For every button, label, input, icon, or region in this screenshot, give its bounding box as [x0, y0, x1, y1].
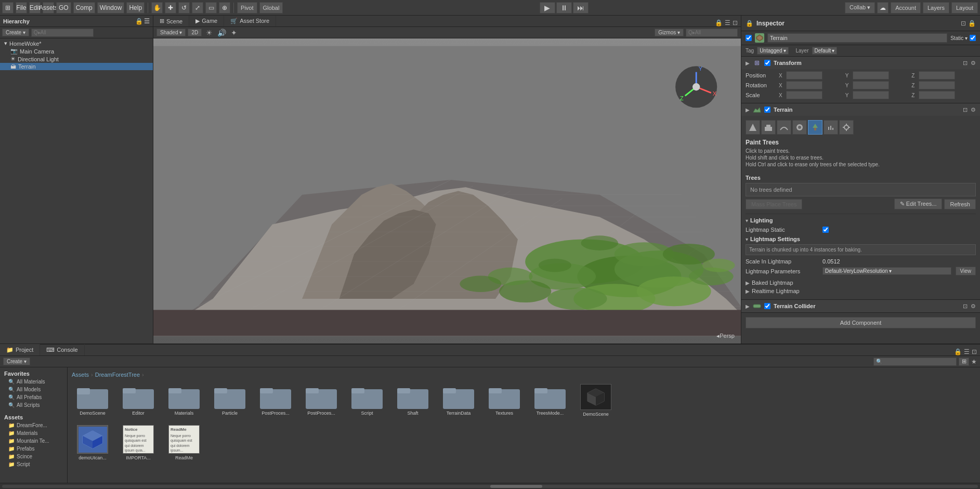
- fav-all-materials[interactable]: 🔍 All Materials: [0, 378, 67, 386]
- terrain-enabled-checkbox[interactable]: [764, 107, 770, 113]
- terrain-paint-texture-btn[interactable]: [792, 120, 807, 135]
- project-filter-icon[interactable]: ⊞: [959, 358, 969, 366]
- layer-dropdown[interactable]: Default ▾: [812, 47, 838, 55]
- unity-logo-icon[interactable]: ⊞: [2, 2, 14, 14]
- folder-postproces1[interactable]: PostProces...: [255, 382, 296, 419]
- scale-z-input[interactable]: 1: [919, 91, 955, 99]
- folder-editor[interactable]: Editor: [117, 382, 159, 419]
- tc-gear-icon[interactable]: ⚙: [971, 303, 976, 310]
- transform-gear-icon[interactable]: ⚙: [971, 60, 976, 67]
- realtime-lightmap-item[interactable]: ▶ Realtime Lightmap: [746, 287, 976, 295]
- terrain-settings-btn[interactable]: [839, 120, 854, 135]
- baked-lightmap-item[interactable]: ▶ Baked Lightmap: [746, 279, 976, 287]
- tc-settings-icon[interactable]: ⊡: [963, 303, 968, 310]
- step-button[interactable]: ⏭: [573, 2, 589, 14]
- fav-scince[interactable]: 📁 Scince: [0, 453, 67, 460]
- rotation-y-input[interactable]: 0: [853, 81, 889, 89]
- tab-scene[interactable]: ⊞ Scene: [153, 16, 189, 27]
- position-z-input[interactable]: 0: [919, 71, 955, 80]
- hierarchy-menu-icon[interactable]: ☰: [144, 18, 150, 25]
- terrain-component-header[interactable]: ▶ Terrain ⊡ ⚙: [741, 103, 980, 116]
- file-menu[interactable]: File: [16, 2, 27, 14]
- scene-search-input[interactable]: [686, 29, 738, 37]
- hierarchy-create-button[interactable]: Create ▾: [2, 29, 29, 36]
- asset-importa[interactable]: Notice Neque porro quisquam est qui dolo…: [117, 423, 159, 462]
- scale-x-input[interactable]: 1: [786, 91, 822, 99]
- position-x-input[interactable]: 0: [786, 71, 822, 80]
- terrain-smooth-btn[interactable]: [777, 120, 791, 135]
- layout-button[interactable]: Layout: [951, 2, 978, 14]
- asset-readme[interactable]: ReadMe Neque porro quisquam est qui dolo…: [163, 423, 205, 462]
- refresh-button[interactable]: Refresh: [944, 199, 976, 209]
- cloud-icon[interactable]: ☁: [877, 2, 888, 14]
- lightmap-static-checkbox[interactable]: [822, 227, 829, 233]
- rect-tool-icon[interactable]: ▭: [205, 2, 217, 14]
- inspector-menu-icon[interactable]: ⊡: [961, 20, 966, 27]
- folder-terraindata[interactable]: TerrainData: [438, 382, 479, 419]
- assets-menu[interactable]: Assets: [43, 2, 54, 14]
- hierarchy-item-terrain[interactable]: 🏔 Terrain: [0, 63, 153, 70]
- transform-tool-icon[interactable]: ⊕: [219, 2, 230, 14]
- window-menu[interactable]: Window: [97, 2, 125, 14]
- tab-console[interactable]: ⌨ Console: [40, 344, 84, 355]
- fav-all-scripts[interactable]: 🔍 All Scripts: [0, 401, 67, 409]
- folder-treesmode[interactable]: TreesMode...: [529, 382, 571, 419]
- rotate-tool-icon[interactable]: ↺: [178, 2, 190, 14]
- hierarchy-scene-item[interactable]: ▾ HomeWoke*: [0, 39, 153, 47]
- transform-settings-icon[interactable]: ⊡: [963, 60, 968, 67]
- terrain-paint-detail-btn[interactable]: [824, 120, 838, 135]
- position-y-input[interactable]: 0: [853, 71, 889, 80]
- mass-place-trees-button[interactable]: Mass Place Trees: [746, 199, 802, 209]
- terrain-paint-height-btn[interactable]: [761, 120, 776, 135]
- gameobject-menu[interactable]: GO: [56, 2, 71, 14]
- project-create-button[interactable]: Create ▾: [3, 358, 30, 365]
- bottom-maximize-icon[interactable]: ⊡: [972, 348, 977, 355]
- static-checkbox[interactable]: [970, 35, 976, 41]
- hierarchy-search-input[interactable]: [31, 29, 94, 37]
- folder-demoscene[interactable]: DemoScene: [72, 382, 113, 419]
- transform-component-header[interactable]: ▶ ⊞ Transform ⊡ ⚙: [741, 57, 980, 69]
- global-button[interactable]: Global: [259, 2, 283, 14]
- fav-all-prefabs[interactable]: 🔍 All Prefabs: [0, 393, 67, 401]
- scale-y-input[interactable]: 1: [853, 91, 889, 99]
- pivot-button[interactable]: Pivot: [237, 2, 257, 14]
- scene-maximize-icon[interactable]: ⊡: [733, 19, 738, 27]
- tab-project[interactable]: 📁 Project: [0, 344, 40, 355]
- lightmap-params-dropdown[interactable]: Default-VeryLowResolution ▾: [822, 267, 951, 275]
- gizmos-dropdown[interactable]: Gizmos ▾: [655, 29, 684, 36]
- fav-mountain[interactable]: 📁 Mountain Te...: [0, 437, 67, 445]
- hierarchy-item-main-camera[interactable]: 📷 Main Camera: [0, 47, 153, 55]
- fav-materials[interactable]: 📁 Materials: [0, 429, 67, 437]
- fav-dreamfore[interactable]: 📁 DreamFore...: [0, 421, 67, 429]
- 2d-button[interactable]: 2D: [188, 29, 202, 36]
- scene-menu-icon[interactable]: ☰: [725, 19, 730, 27]
- shading-dropdown[interactable]: Shaded ▾: [156, 29, 186, 36]
- lighting-header[interactable]: ▾ Lighting: [746, 217, 976, 223]
- breadcrumb-dreamforest[interactable]: DreamForestTree: [95, 372, 140, 378]
- asset-demouican[interactable]: demoUIcan...: [72, 423, 113, 462]
- terrain-gear-icon[interactable]: ⚙: [971, 107, 976, 113]
- transform-enabled-checkbox[interactable]: [764, 60, 770, 66]
- bottom-menu-icon[interactable]: ☰: [964, 348, 970, 355]
- tag-dropdown[interactable]: Untagged ▾: [757, 47, 788, 55]
- inspector-lock2-icon[interactable]: 🔒: [968, 20, 976, 27]
- hierarchy-item-directional-light[interactable]: ☀ Directional Light: [0, 55, 153, 63]
- fav-all-models[interactable]: 🔍 All Models: [0, 386, 67, 393]
- fav-prefabs[interactable]: 📁 Prefabs: [0, 445, 67, 453]
- add-component-button[interactable]: Add Component: [746, 317, 976, 328]
- bottom-scrollbar[interactable]: [0, 483, 980, 489]
- hierarchy-lock-icon[interactable]: 🔒: [135, 18, 143, 25]
- move-tool-icon[interactable]: ✚: [165, 2, 176, 14]
- terrain-raise-lower-btn[interactable]: [746, 120, 760, 135]
- lightmap-settings-header[interactable]: ▾ Lightmap Settings: [746, 236, 976, 242]
- file-demoscene[interactable]: DemoScene: [575, 382, 617, 419]
- gameobject-name-input[interactable]: Terrain: [767, 33, 947, 43]
- terrain-place-trees-btn[interactable]: [808, 120, 822, 135]
- folder-textures[interactable]: Textures: [484, 382, 525, 419]
- tab-game[interactable]: ▶ Game: [189, 16, 224, 27]
- inspector-lock-icon[interactable]: 🔒: [746, 20, 753, 27]
- help-menu[interactable]: Help: [126, 2, 145, 14]
- hand-tool-icon[interactable]: ✋: [151, 2, 163, 14]
- folder-script[interactable]: Script: [346, 382, 388, 419]
- breadcrumb-assets[interactable]: Assets: [72, 372, 89, 378]
